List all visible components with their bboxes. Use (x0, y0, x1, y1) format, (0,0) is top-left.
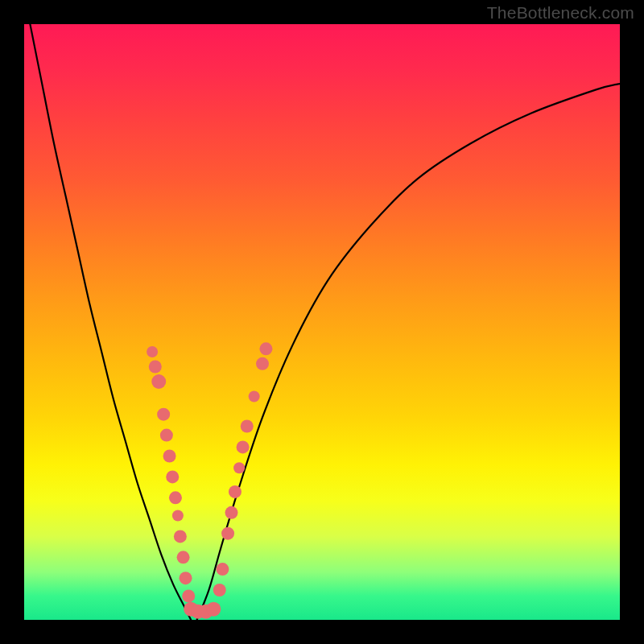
data-marker (229, 485, 242, 498)
data-marker (174, 530, 187, 543)
chart-frame: TheBottleneck.com (0, 0, 644, 644)
data-marker (237, 440, 250, 453)
data-marker (180, 572, 192, 584)
data-marker (233, 462, 245, 473)
data-marker (249, 391, 260, 402)
data-marker (182, 589, 195, 602)
data-marker (160, 429, 173, 442)
data-marker (169, 491, 182, 504)
data-marker (166, 470, 179, 483)
data-marker (147, 346, 158, 357)
data-marker (177, 551, 190, 564)
data-marker (256, 357, 269, 370)
data-marker (163, 450, 176, 463)
data-marker (151, 374, 166, 389)
data-marker (157, 408, 170, 421)
data-marker (149, 361, 162, 374)
watermark-text: TheBottleneck.com (487, 3, 634, 23)
curve-left (30, 24, 191, 620)
chart-svg (24, 24, 620, 620)
data-marker (216, 563, 229, 576)
data-marker (172, 510, 184, 522)
data-marker (213, 584, 226, 597)
data-marker (259, 342, 272, 355)
data-marker (221, 527, 234, 540)
data-marker (206, 602, 221, 617)
plot-area (24, 24, 620, 620)
data-marker (241, 420, 254, 433)
data-marker (225, 506, 238, 519)
